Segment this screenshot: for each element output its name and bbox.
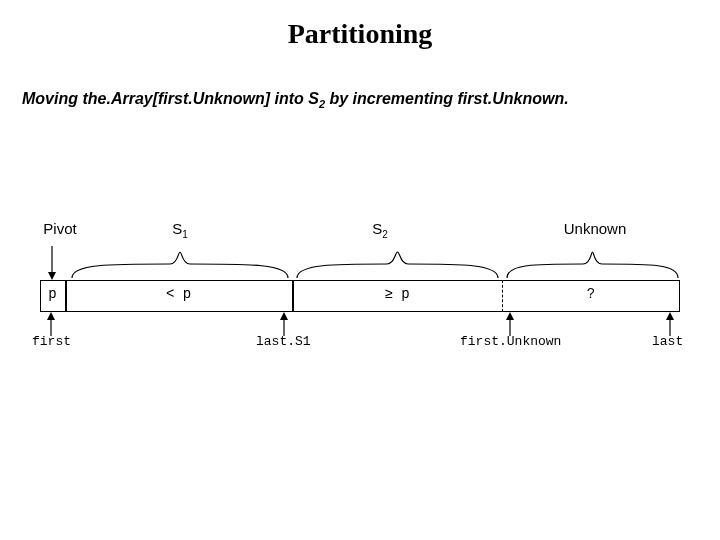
first-up-arrow-icon <box>45 312 57 336</box>
s2-label-pre: S <box>372 220 382 237</box>
s1-brace-icon <box>70 250 290 280</box>
pointer-first: first <box>32 334 71 349</box>
s2-cell: ≥ p <box>292 286 502 302</box>
pivot-cell: p <box>40 286 65 302</box>
s2-brace-icon <box>295 250 500 280</box>
unknown-cell: ? <box>502 286 680 302</box>
pivot-label: Pivot <box>35 220 85 237</box>
unknown-brace-icon <box>505 250 680 280</box>
subtitle-post: by incrementing first.Unknown. <box>325 90 569 107</box>
pivot-down-arrow-icon <box>46 246 58 280</box>
s1-label-sub: 1 <box>182 229 188 240</box>
pointer-firstUnknown: first.Unknown <box>460 334 561 349</box>
subtitle: Moving the.Array[first.Unknown] into S2 … <box>22 90 720 110</box>
pointer-last: last <box>652 334 683 349</box>
s2-label-sub: 2 <box>382 229 388 240</box>
lastS1-up-arrow-icon <box>278 312 290 336</box>
svg-marker-1 <box>48 272 56 280</box>
s1-cell: < p <box>65 286 292 302</box>
s1-region-label: S1 <box>140 220 220 240</box>
last-up-arrow-icon <box>664 312 676 336</box>
subtitle-pre: Moving the.Array[first.Unknown] into S <box>22 90 319 107</box>
s2-region-label: S2 <box>340 220 420 240</box>
s1-label-pre: S <box>172 220 182 237</box>
pointer-lastS1: last.S1 <box>256 334 311 349</box>
page-title: Partitioning <box>0 18 720 50</box>
firstUnknown-up-arrow-icon <box>504 312 516 336</box>
partition-diagram: Pivot S1 S2 Unknown p < p ≥ p ? <box>40 200 680 400</box>
unknown-region-label: Unknown <box>545 220 645 237</box>
